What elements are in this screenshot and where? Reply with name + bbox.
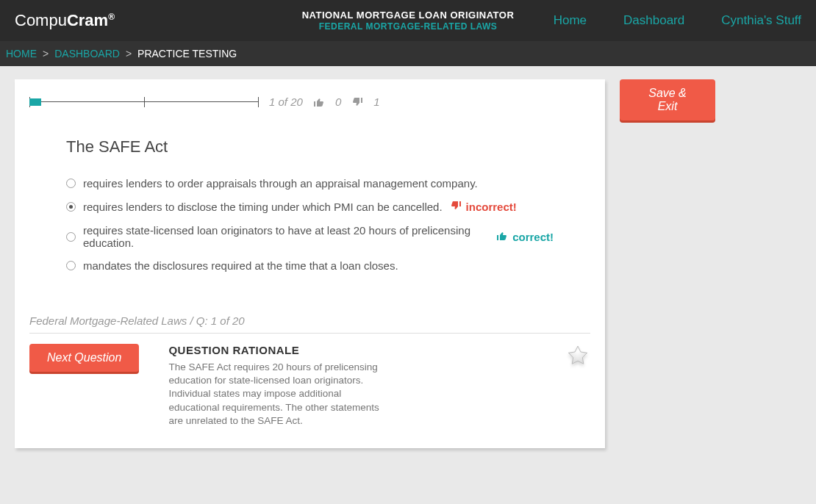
divider bbox=[29, 333, 590, 334]
brand-bold: Cram bbox=[67, 11, 108, 29]
crumb-sep: > bbox=[43, 48, 49, 60]
crumb-current: PRACTICE TESTING bbox=[137, 48, 237, 60]
rationale: QUESTION RATIONALE The SAFE Act requires… bbox=[168, 344, 389, 428]
answer-option[interactable]: requires state-licensed loan originators… bbox=[66, 224, 554, 249]
side-column: Save & Exit bbox=[620, 79, 781, 120]
save-exit-button[interactable]: Save & Exit bbox=[620, 79, 715, 120]
favorite-star-button[interactable] bbox=[565, 344, 590, 369]
question-subline: Federal Mortgage-Related Laws / Q: 1 of … bbox=[29, 314, 590, 327]
question-wrap: The SAFE Act requires lenders to order a… bbox=[29, 108, 590, 279]
program-line2: FEDERAL MORTGAGE-RELATED LAWS bbox=[302, 21, 515, 32]
answer-text: requires state-licensed loan originators… bbox=[83, 224, 489, 249]
program-title: NATIONAL MORTGAGE LOAN ORIGINATOR FEDERA… bbox=[302, 10, 515, 32]
answer-text: mandates the disclosures required at the… bbox=[83, 259, 398, 272]
thumbs-up-icon bbox=[313, 96, 325, 108]
brand-registered: ® bbox=[108, 12, 115, 22]
result-tag-incorrect: incorrect! bbox=[450, 200, 517, 214]
program-line1: NATIONAL MORTGAGE LOAN ORIGINATOR bbox=[302, 10, 515, 21]
answer-text: requires lenders to disclose the timing … bbox=[83, 201, 443, 213]
answers-list: requires lenders to order appraisals thr… bbox=[66, 177, 554, 272]
answer-text: requires lenders to order appraisals thr… bbox=[83, 177, 478, 190]
progress-row: 1 of 20 0 1 bbox=[29, 96, 590, 108]
progress-tick-mid bbox=[144, 97, 145, 107]
nav-home[interactable]: Home bbox=[554, 13, 587, 28]
result-label: incorrect! bbox=[466, 201, 517, 213]
answer-option[interactable]: requires lenders to order appraisals thr… bbox=[66, 177, 554, 190]
answer-option[interactable]: requires lenders to disclose the timing … bbox=[66, 200, 554, 214]
thumbs-up-count: 0 bbox=[335, 96, 341, 108]
question-card: 1 of 20 0 1 The SAFE Act requires lender… bbox=[15, 79, 605, 448]
radio-icon bbox=[66, 179, 76, 188]
brand-logo: CompuCram® bbox=[15, 11, 115, 30]
crumb-home[interactable]: HOME bbox=[6, 48, 37, 60]
progress-counter: 1 of 20 bbox=[269, 96, 303, 108]
thumbs-down-icon bbox=[450, 200, 462, 214]
answer-option[interactable]: mandates the disclosures required at the… bbox=[66, 259, 554, 272]
thumbs-up-icon bbox=[496, 230, 508, 244]
crumb-sep: > bbox=[126, 48, 132, 60]
page-body: 1 of 20 0 1 The SAFE Act requires lender… bbox=[0, 66, 816, 461]
radio-icon bbox=[66, 232, 76, 242]
brand-thin: Compu bbox=[15, 11, 67, 29]
top-nav: Home Dashboard Cynthia's Stuff bbox=[554, 13, 801, 28]
top-bar: CompuCram® NATIONAL MORTGAGE LOAN ORIGIN… bbox=[0, 0, 816, 41]
breadcrumb: HOME > DASHBOARD > PRACTICE TESTING bbox=[0, 41, 816, 66]
question-title: The SAFE Act bbox=[66, 137, 554, 156]
result-label: correct! bbox=[512, 231, 554, 243]
radio-icon bbox=[66, 202, 76, 212]
nav-dashboard[interactable]: Dashboard bbox=[623, 13, 684, 28]
thumbs-down-count: 1 bbox=[373, 96, 379, 108]
progress-bar bbox=[29, 97, 259, 107]
crumb-dashboard[interactable]: DASHBOARD bbox=[54, 48, 120, 60]
result-tag-correct: correct! bbox=[496, 230, 554, 244]
rationale-heading: QUESTION RATIONALE bbox=[168, 344, 389, 356]
thumbs-down-icon bbox=[351, 96, 363, 108]
progress-tick-end bbox=[258, 97, 259, 107]
rationale-body: The SAFE Act requires 20 hours of prelic… bbox=[168, 361, 389, 428]
card-footer: Next Question QUESTION RATIONALE The SAF… bbox=[29, 344, 590, 428]
next-question-button[interactable]: Next Question bbox=[29, 344, 139, 372]
radio-icon bbox=[66, 261, 76, 270]
progress-fill bbox=[29, 98, 41, 106]
nav-user-menu[interactable]: Cynthia's Stuff bbox=[721, 13, 801, 28]
